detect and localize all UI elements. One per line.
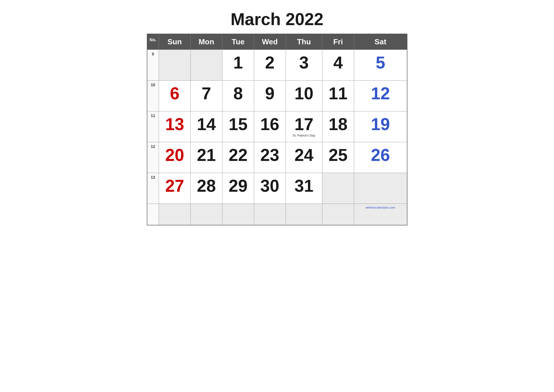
week-row: 106789101112 bbox=[147, 81, 407, 111]
week-number-empty bbox=[147, 204, 159, 225]
day-number: 11 bbox=[324, 85, 352, 102]
day-cell: 20 bbox=[159, 142, 191, 173]
day-cell: 21 bbox=[190, 142, 222, 173]
extra-row: wheniscalendars.com bbox=[147, 204, 407, 225]
day-cell: 14 bbox=[190, 111, 222, 142]
day-cell bbox=[190, 50, 222, 81]
day-number: 25 bbox=[324, 147, 352, 163]
day-number: 13 bbox=[161, 116, 188, 133]
calendar-title: March 2022 bbox=[147, 9, 407, 29]
week-row: 111314151617St. Patrick's Day1819 bbox=[147, 111, 407, 142]
day-number: 2 bbox=[256, 54, 284, 71]
week-number: 11 bbox=[147, 111, 159, 142]
week-number: 13 bbox=[147, 173, 159, 204]
day-number: 5 bbox=[356, 54, 405, 71]
day-cell: 16 bbox=[254, 111, 286, 142]
day-cell: 27 bbox=[159, 173, 191, 204]
day-number: 9 bbox=[256, 85, 284, 102]
extra-empty-cell bbox=[222, 204, 254, 225]
week-row: 1220212223242526 bbox=[147, 142, 407, 173]
header-mon: Mon bbox=[190, 34, 222, 50]
day-number: 16 bbox=[256, 116, 284, 133]
day-cell: 17St. Patrick's Day bbox=[286, 111, 322, 142]
day-number: 8 bbox=[224, 85, 252, 102]
day-cell bbox=[354, 173, 407, 204]
day-cell: 5 bbox=[354, 50, 407, 81]
watermark-cell: wheniscalendars.com bbox=[354, 204, 407, 225]
header-wed: Wed bbox=[254, 34, 286, 50]
day-number: 3 bbox=[288, 54, 320, 71]
week-row: 912345 bbox=[147, 50, 407, 81]
extra-empty-cell bbox=[159, 204, 191, 225]
day-cell: 4 bbox=[322, 50, 354, 81]
day-cell: 2 bbox=[254, 50, 286, 81]
day-number: 29 bbox=[224, 177, 252, 194]
day-number: 26 bbox=[356, 147, 405, 163]
week-row: 132728293031 bbox=[147, 173, 407, 204]
day-cell: 6 bbox=[159, 81, 191, 111]
header-fri: Fri bbox=[322, 34, 354, 50]
day-cell: 24 bbox=[286, 142, 322, 173]
day-number: 23 bbox=[256, 147, 284, 163]
day-number: 30 bbox=[256, 177, 284, 194]
day-number: 21 bbox=[193, 147, 220, 163]
day-cell: 25 bbox=[322, 142, 354, 173]
day-cell: 13 bbox=[159, 111, 191, 142]
day-number: 27 bbox=[161, 177, 188, 194]
watermark: wheniscalendars.com bbox=[364, 205, 397, 210]
day-number: 1 bbox=[224, 54, 252, 71]
day-cell: 31 bbox=[286, 173, 322, 204]
day-cell: 26 bbox=[354, 142, 407, 173]
day-number: 14 bbox=[193, 116, 220, 133]
week-number: 12 bbox=[147, 142, 159, 173]
day-cell: 10 bbox=[286, 81, 322, 111]
holiday-label: St. Patrick's Day bbox=[288, 134, 320, 137]
day-cell: 12 bbox=[354, 81, 407, 111]
day-cell: 7 bbox=[190, 81, 222, 111]
day-cell: 28 bbox=[190, 173, 222, 204]
day-number: 10 bbox=[288, 85, 320, 102]
day-cell: 30 bbox=[254, 173, 286, 204]
day-cell: 23 bbox=[254, 142, 286, 173]
extra-empty-cell bbox=[254, 204, 286, 225]
day-number: 18 bbox=[324, 116, 352, 133]
day-cell: 22 bbox=[222, 142, 254, 173]
day-number: 20 bbox=[161, 147, 188, 163]
day-number: 12 bbox=[356, 85, 405, 102]
header-row: No. Sun Mon Tue Wed Thu Fri Sat bbox=[147, 34, 407, 50]
day-cell: 15 bbox=[222, 111, 254, 142]
day-number: 31 bbox=[288, 177, 320, 194]
day-number: 6 bbox=[161, 85, 188, 102]
calendar-table: No. Sun Mon Tue Wed Thu Fri Sat 91234510… bbox=[147, 34, 407, 225]
day-cell: 1 bbox=[222, 50, 254, 81]
day-cell: 29 bbox=[222, 173, 254, 204]
day-number: 7 bbox=[193, 85, 220, 102]
day-cell: 11 bbox=[322, 81, 354, 111]
day-number: 24 bbox=[288, 147, 320, 163]
week-number: 10 bbox=[147, 81, 159, 111]
calendar-container: March 2022 No. Sun Mon Tue Wed Thu Fri S… bbox=[147, 9, 407, 225]
extra-empty-cell bbox=[286, 204, 322, 225]
header-sat: Sat bbox=[354, 34, 407, 50]
day-cell bbox=[322, 173, 354, 204]
day-cell: 3 bbox=[286, 50, 322, 81]
header-thu: Thu bbox=[286, 34, 322, 50]
header-sun: Sun bbox=[159, 34, 191, 50]
day-cell: 9 bbox=[254, 81, 286, 111]
day-cell: 18 bbox=[322, 111, 354, 142]
week-number: 9 bbox=[147, 50, 159, 81]
day-cell: 8 bbox=[222, 81, 254, 111]
day-cell bbox=[159, 50, 191, 81]
day-number: 19 bbox=[356, 116, 405, 133]
day-number: 4 bbox=[324, 54, 352, 71]
day-number: 15 bbox=[224, 116, 252, 133]
extra-empty-cell bbox=[190, 204, 222, 225]
extra-empty-cell bbox=[322, 204, 354, 225]
no-header: No. bbox=[147, 34, 159, 50]
day-cell: 19 bbox=[354, 111, 407, 142]
day-number: 22 bbox=[224, 147, 252, 163]
day-number: 17 bbox=[288, 116, 320, 133]
header-tue: Tue bbox=[222, 34, 254, 50]
day-number: 28 bbox=[193, 177, 220, 194]
